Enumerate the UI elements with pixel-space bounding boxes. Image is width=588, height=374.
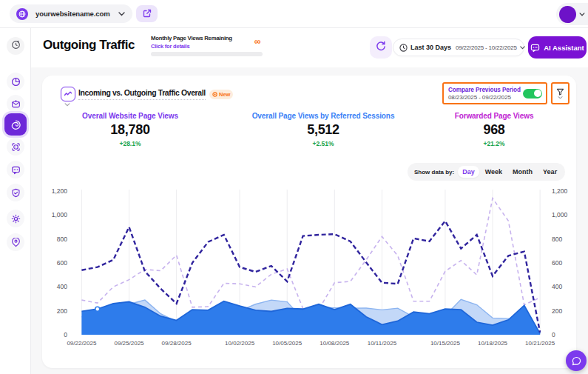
new-badge: New bbox=[209, 90, 233, 99]
globe-icon bbox=[16, 8, 28, 20]
scan-target-icon bbox=[11, 142, 21, 152]
compare-previous-period-highlight: Compare Previous Period 08/23/2025 - 09/… bbox=[442, 82, 547, 104]
avatar bbox=[559, 6, 576, 23]
metric-1: Overall Page Views by Referred Sessions5… bbox=[242, 112, 405, 147]
refresh-button[interactable] bbox=[370, 36, 392, 59]
filter-control-highlight[interactable] bbox=[551, 82, 570, 104]
sidebar-item-scan-target[interactable] bbox=[7, 138, 24, 156]
monthly-views-progress-bar bbox=[151, 52, 263, 56]
ai-assistant-label: AI Assistant bbox=[544, 44, 584, 52]
history-icon bbox=[11, 39, 21, 53]
external-link-icon bbox=[143, 7, 152, 21]
infinity-icon: ∞ bbox=[254, 36, 261, 47]
show-data-by-label: Show data by: bbox=[414, 169, 454, 176]
chevron-down-icon bbox=[558, 96, 563, 99]
metric-label: Overall Website Page Views bbox=[82, 112, 178, 120]
metric-delta: +21.2% bbox=[483, 140, 504, 147]
compare-label: Compare Previous Period bbox=[448, 87, 521, 93]
pulse-chart-icon bbox=[61, 87, 75, 101]
funnel-filter-icon bbox=[556, 88, 564, 96]
website-name: yourwebsitename.com bbox=[36, 10, 110, 18]
mail-icon bbox=[11, 99, 21, 109]
card-title: Incoming vs. Outgoing Traffic Overall bbox=[78, 89, 206, 100]
pie-chart-icon bbox=[11, 77, 21, 87]
sidebar-item-gear[interactable] bbox=[7, 210, 24, 227]
chevron-down-icon bbox=[520, 46, 525, 50]
y-tick-label-right: 1,000 bbox=[552, 211, 568, 218]
data-point-marker bbox=[95, 307, 100, 311]
sidebar-item-spiral-traffic[interactable] bbox=[4, 113, 27, 136]
show-data-by-option-month[interactable]: Month bbox=[508, 166, 537, 178]
dot-circle-icon bbox=[212, 92, 217, 97]
show-data-by-option-day[interactable]: Day bbox=[458, 166, 479, 178]
x-tick-label: 10/15/2025 bbox=[430, 340, 461, 347]
period-range: 09/22/2025 - 10/22/2025 bbox=[456, 44, 517, 51]
sidebar-item-pin-person[interactable] bbox=[7, 233, 24, 251]
gear-icon bbox=[11, 214, 21, 224]
toggle-knob bbox=[534, 90, 541, 97]
chat-dots-icon bbox=[11, 165, 21, 175]
compare-range: 08/23/2025 - 09/22/2025 bbox=[448, 94, 521, 101]
chat-fab-button[interactable] bbox=[566, 350, 587, 371]
x-tick-label: 09/25/2025 bbox=[114, 340, 144, 347]
y-tick-label-left: 0 bbox=[64, 331, 67, 338]
y-tick-label-right: 600 bbox=[552, 259, 562, 267]
y-tick-label-left: 600 bbox=[57, 259, 67, 267]
monthly-views-label: Monthly Page Views Remaining bbox=[151, 35, 232, 41]
metric-delta: +28.1% bbox=[119, 140, 141, 147]
x-tick-label: 10/02/2025 bbox=[225, 340, 255, 347]
y-tick-label-left: 200 bbox=[57, 307, 67, 315]
new-badge-label: New bbox=[219, 91, 230, 98]
metric-0: Overall Website Page Views18,780+28.1% bbox=[49, 112, 212, 147]
metric-label: Forwarded Page Views bbox=[455, 112, 534, 120]
y-tick-label-right: 1,200 bbox=[552, 187, 568, 195]
x-tick-label: 09/22/2025 bbox=[67, 340, 97, 347]
sidebar-item-shield-check[interactable] bbox=[7, 184, 24, 201]
ai-assistant-button[interactable]: AI Assistant bbox=[528, 36, 587, 59]
refresh-icon bbox=[376, 41, 386, 54]
traffic-chart: 09/22/202509/25/202509/28/202510/02/2025… bbox=[44, 185, 577, 359]
series-previous-page-views bbox=[81, 198, 540, 310]
show-data-by-option-year[interactable]: Year bbox=[538, 166, 561, 178]
metric-value: 5,512 bbox=[307, 122, 339, 138]
y-tick-label-right: 0 bbox=[552, 331, 555, 338]
metric-label: Overall Page Views by Referred Sessions bbox=[252, 112, 395, 120]
metric-delta: +2.51% bbox=[312, 140, 334, 147]
chevron-down-icon bbox=[579, 13, 585, 16]
website-selector[interactable]: yourwebsitename.com bbox=[10, 4, 132, 23]
monthly-views-details-link[interactable]: Click for details bbox=[151, 43, 189, 50]
x-tick-label: 10/05/2025 bbox=[272, 340, 303, 347]
metric-value: 18,780 bbox=[110, 122, 149, 138]
x-tick-label: 09/28/2025 bbox=[162, 340, 192, 347]
sidebar-item-mail[interactable] bbox=[7, 95, 24, 113]
sidebar bbox=[0, 28, 31, 374]
pin-person-icon bbox=[11, 238, 21, 247]
date-range-picker[interactable]: Last 30 Days 09/22/2025 - 10/22/2025 bbox=[393, 39, 524, 56]
x-tick-label: 10/11/2025 bbox=[368, 340, 397, 347]
clock-icon bbox=[399, 44, 408, 52]
user-menu[interactable] bbox=[556, 3, 588, 25]
y-tick-label-right: 400 bbox=[552, 283, 562, 290]
sidebar-item-chat-dots[interactable] bbox=[7, 161, 24, 178]
y-tick-label-right: 800 bbox=[552, 236, 562, 243]
shield-check-icon bbox=[11, 188, 21, 198]
chat-sparkle-icon bbox=[530, 43, 540, 53]
y-tick-label-right: 200 bbox=[552, 307, 562, 315]
y-tick-label-left: 1,000 bbox=[52, 211, 68, 218]
show-data-by-switcher: Show data by: DayWeekMonthYear bbox=[408, 163, 565, 181]
period-label: Last 30 Days bbox=[410, 44, 451, 51]
y-tick-label-left: 400 bbox=[57, 283, 67, 290]
sidebar-collapse-button[interactable] bbox=[7, 37, 24, 55]
x-tick-label: 10/21/2025 bbox=[525, 340, 555, 347]
compare-toggle[interactable] bbox=[523, 89, 542, 98]
y-tick-label-left: 1,200 bbox=[52, 187, 68, 195]
spiral-traffic-icon bbox=[10, 119, 21, 130]
share-site-button[interactable] bbox=[136, 5, 158, 22]
chevron-down-icon bbox=[118, 12, 125, 16]
y-tick-label-left: 800 bbox=[57, 236, 67, 243]
metric-value: 968 bbox=[483, 122, 504, 138]
metric-2: Forwarded Page Views968+21.2% bbox=[413, 112, 575, 147]
sidebar-item-pie-chart[interactable] bbox=[7, 73, 24, 90]
chevron-down-icon[interactable] bbox=[64, 103, 70, 107]
show-data-by-option-week[interactable]: Week bbox=[481, 166, 507, 178]
